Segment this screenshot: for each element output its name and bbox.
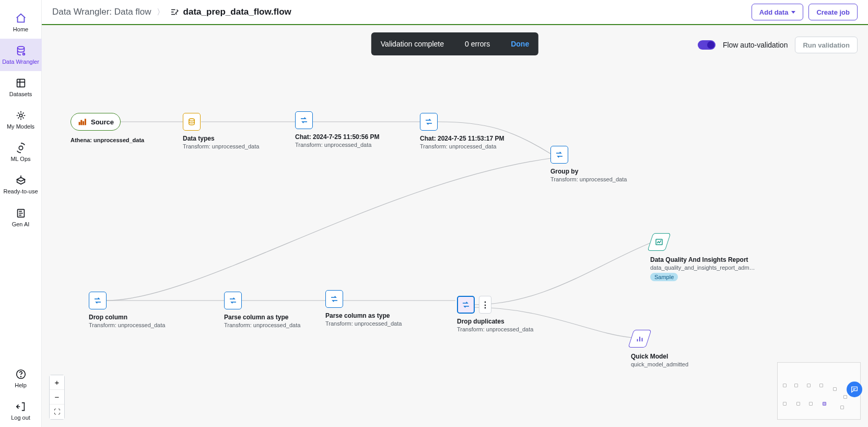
- svg-point-12: [189, 119, 195, 121]
- node-chat-2[interactable]: [420, 113, 438, 131]
- transform-icon: [228, 296, 238, 305]
- chevron-right-icon: 〉: [157, 7, 165, 17]
- node-quick-model-sub: quick_model_admitted: [631, 361, 688, 367]
- help-icon: [15, 368, 27, 380]
- create-job-button[interactable]: Create job: [808, 4, 858, 20]
- log-out-icon: [15, 401, 27, 412]
- datatypes-icon: [187, 117, 196, 126]
- transform-icon: [461, 300, 471, 309]
- svg-point-4: [19, 146, 22, 150]
- node-parse-column-1-sub: Transform: unprocessed_data: [224, 322, 300, 328]
- svg-rect-9: [81, 120, 82, 125]
- node-data-types-sub: Transform: unprocessed_data: [183, 143, 259, 149]
- nav-my-models[interactable]: My Models: [0, 103, 42, 136]
- node-drop-column-sub: Transform: unprocessed_data: [89, 322, 165, 328]
- home-icon: [15, 13, 27, 24]
- node-source[interactable]: Source: [71, 113, 121, 131]
- my-models-icon: [15, 110, 27, 121]
- nav-ml-ops[interactable]: ML Ops: [0, 136, 42, 168]
- node-parse-column-1[interactable]: [224, 292, 242, 309]
- sample-badge: Sample: [650, 273, 678, 281]
- flow-canvas[interactable]: Validation complete 0 errors Done Flow a…: [42, 25, 868, 427]
- node-group-by-title: Group by: [550, 168, 627, 175]
- node-quick-model[interactable]: [628, 330, 651, 348]
- athena-icon: [77, 117, 87, 126]
- validation-toast: Validation complete 0 errors Done: [371, 32, 538, 55]
- node-drop-column[interactable]: [89, 292, 107, 309]
- svg-rect-11: [85, 119, 86, 125]
- svg-point-1: [22, 53, 25, 55]
- svg-point-7: [20, 376, 21, 377]
- node-chat-1-sub: Transform: unprocessed_data: [295, 142, 379, 148]
- breadcrumb-current: data_prep_data_flow.flow: [183, 7, 291, 17]
- add-data-button[interactable]: Add data: [752, 4, 804, 20]
- datasets-icon: [15, 77, 27, 89]
- toast-done-link[interactable]: Done: [511, 40, 529, 48]
- caret-down-icon: [791, 11, 795, 14]
- flow-auto-validation-toggle[interactable]: [698, 40, 715, 50]
- toast-title: Validation complete: [381, 40, 444, 48]
- zoom-controls: + − ⛶: [49, 375, 65, 420]
- node-data-types[interactable]: [183, 113, 201, 131]
- nav-data-wrangler[interactable]: Data Wrangler: [0, 39, 42, 71]
- svg-rect-2: [17, 79, 25, 87]
- header: Data Wrangler: Data flow 〉 data_prep_dat…: [42, 0, 868, 25]
- report-icon: [654, 237, 664, 247]
- nav-gen-ai[interactable]: Gen AI: [0, 201, 42, 234]
- node-drop-duplicates-sub: Transform: unprocessed_data: [457, 326, 533, 332]
- node-drop-duplicates-menu[interactable]: ⋮: [479, 296, 491, 314]
- nav-datasets[interactable]: Datasets: [0, 71, 42, 103]
- chat-bubble-icon[interactable]: [847, 382, 862, 397]
- transform-icon: [555, 150, 564, 159]
- node-data-quality-report-sub: data_quality_and_insights_report_adm…: [650, 264, 755, 271]
- svg-point-0: [17, 47, 24, 50]
- node-drop-column-title: Drop column: [89, 314, 165, 321]
- nav-help[interactable]: Help: [0, 362, 42, 395]
- transform-icon: [330, 294, 339, 304]
- node-data-quality-report[interactable]: [647, 233, 671, 251]
- run-validation-button[interactable]: Run validation: [795, 37, 858, 53]
- node-parse-column-2-title: Parse column as type: [325, 312, 402, 319]
- breadcrumb: Data Wrangler: Data flow 〉 data_prep_dat…: [52, 7, 291, 17]
- flow-auto-validation-label: Flow auto-validation: [723, 41, 788, 49]
- toast-errors: 0 errors: [465, 40, 490, 48]
- svg-rect-10: [83, 121, 84, 125]
- zoom-in-button[interactable]: +: [50, 375, 64, 390]
- transform-icon: [93, 296, 102, 305]
- node-drop-duplicates[interactable]: [457, 296, 475, 314]
- data-wrangler-icon: [15, 45, 27, 56]
- node-chat-2-title: Chat: 2024-7-25 11:53:17 PM: [420, 135, 504, 142]
- node-source-sub: Athena: unprocessed_data: [71, 137, 144, 143]
- zoom-out-button[interactable]: −: [50, 390, 64, 405]
- node-data-quality-report-title: Data Quality And Insights Report: [650, 256, 755, 263]
- gen-ai-icon: [15, 207, 27, 219]
- svg-point-3: [19, 114, 22, 118]
- node-chat-2-sub: Transform: unprocessed_data: [420, 143, 504, 149]
- nav-ready-to-use[interactable]: Ready-to-use: [0, 168, 42, 201]
- node-quick-model-title: Quick Model: [631, 353, 688, 360]
- minimap[interactable]: [777, 362, 861, 420]
- node-parse-column-1-title: Parse column as type: [224, 314, 300, 321]
- node-parse-column-2-sub: Transform: unprocessed_data: [325, 320, 402, 327]
- node-group-by-sub: Transform: unprocessed_data: [550, 176, 627, 182]
- nav-log-out[interactable]: Log out: [0, 395, 42, 427]
- node-parse-column-2[interactable]: [325, 290, 343, 308]
- node-data-types-title: Data types: [183, 135, 259, 142]
- nav-home[interactable]: Home: [0, 6, 42, 39]
- bar-chart-icon: [635, 334, 644, 343]
- node-chat-1[interactable]: [295, 111, 313, 129]
- sidebar: Home Data Wrangler Datasets My Models ML…: [0, 0, 42, 427]
- transform-icon: [299, 116, 309, 125]
- node-chat-1-title: Chat: 2024-7-25 11:50:56 PM: [295, 133, 379, 141]
- breadcrumb-root: Data Wrangler: Data flow: [52, 7, 151, 17]
- node-group-by[interactable]: [550, 146, 568, 164]
- zoom-fit-button[interactable]: ⛶: [50, 405, 64, 419]
- ml-ops-icon: [15, 142, 27, 154]
- ready-to-use-icon: [15, 175, 27, 186]
- svg-rect-8: [79, 122, 80, 125]
- transform-icon: [424, 117, 433, 126]
- node-drop-duplicates-title: Drop duplicates: [457, 318, 533, 325]
- flow-icon: [170, 7, 179, 17]
